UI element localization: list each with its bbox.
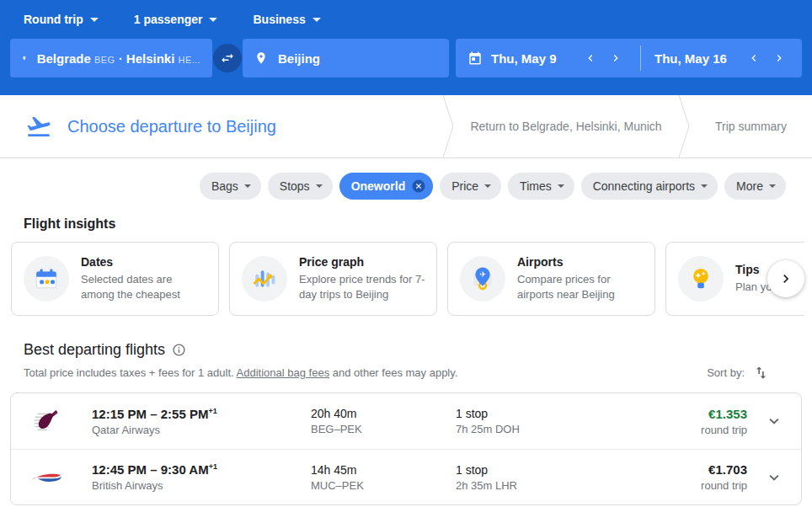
swap-airports-button[interactable] [213,44,242,72]
chevron-down-icon [769,184,776,188]
results-note: Total price includes taxes + fees for 1 … [24,366,707,379]
filter-chip-oneworld-active[interactable]: Oneworld [339,173,434,200]
insight-card-dates[interactable]: Dates Selected dates are among the cheap… [11,242,219,316]
return-date-value[interactable]: Thu, May 16 [654,51,740,66]
card-text: Dates Selected dates are among the cheap… [81,255,208,302]
british-airways-logo [31,471,92,484]
calendar-icon [467,51,483,66]
flight-price: €1.353 [607,407,747,421]
calendar-icon [24,256,69,302]
cabin-class-select[interactable]: Business [253,13,320,26]
expand-flight-button[interactable] [747,468,801,487]
qatar-airways-logo [31,407,92,435]
card-description: Explore price trends for 7-day trips to … [299,272,426,302]
duration-cell: 20h 40m BEG–PEK [311,407,456,435]
sort-button[interactable] [753,365,769,381]
price-graph-icon [242,256,287,302]
swap-arrows-icon [220,51,235,66]
step-separator [442,95,454,157]
card-title: Price graph [299,255,426,269]
filter-chip-price[interactable]: Price [440,173,501,200]
flight-times-cell: 12:15 PM – 2:55 PM+1 Qatar Airways [92,407,311,436]
filters-bar: Bags Stops Oneworld Price Times Connecti… [0,158,812,200]
chip-label: Price [451,179,478,193]
date-divider [640,45,641,71]
stop-detail: 2h 35m LHR [456,479,607,492]
expand-flight-button[interactable] [747,412,801,430]
origin-field[interactable]: Belgrade BEG · Helsinki HE... [10,39,212,77]
swap-slot [212,44,243,72]
stops-cell: 1 stop 2h 35m LHR [456,463,607,492]
chevron-down-icon [484,184,491,188]
sort-by-label: Sort by: [707,366,745,379]
flight-row-qatar-airways[interactable]: 12:15 PM – 2:55 PM+1 Qatar Airways 20h 4… [11,393,801,449]
destination-value: Beijing [278,51,320,66]
destination-field[interactable]: Beijing [243,39,449,77]
search-fields-row: Belgrade BEG · Helsinki HE... Beijing Th… [0,39,812,77]
trip-type-select[interactable]: Round trip [24,13,99,26]
return-date-next-button[interactable] [768,47,790,69]
depart-date-prev-button[interactable] [580,47,601,69]
chevron-left-icon [584,51,597,65]
cabin-class-value: Business [253,13,305,26]
stops-count: 1 stop [456,463,607,477]
step-separator [678,95,690,157]
return-date-prev-button[interactable] [743,47,765,69]
scroll-next-button[interactable] [767,260,804,297]
itinerary-stepper: Choose departure to Beijing Return to Be… [0,95,812,158]
flight-duration: 20h 40m [311,407,456,420]
airline-name: British Airways [92,479,311,492]
filter-chip-connecting-airports[interactable]: Connecting airports [581,173,718,200]
flight-row-british-airways[interactable]: 12:45 PM – 9:30 AM+1 British Airways 14h… [11,449,801,504]
chevron-down-icon [316,184,323,188]
filter-chip-times[interactable]: Times [508,173,574,200]
flight-price: €1.703 [607,462,747,477]
passengers-select[interactable]: 1 passenger [134,13,218,26]
chevron-down-icon [209,18,217,22]
depart-date-next-button[interactable] [605,47,627,69]
info-icon[interactable] [172,343,186,357]
stop-detail: 7h 25m DOH [456,423,607,435]
depart-date-value[interactable]: Thu, May 9 [491,51,576,66]
insight-cards: Dates Selected dates are among the cheap… [11,242,804,316]
card-text: Price graph Explore price trends for 7-d… [299,255,426,302]
flight-times: 12:45 PM – 9:30 AM+1 [92,462,311,477]
step-trip-summary[interactable]: Trip summary [690,95,812,157]
filter-chip-more[interactable]: More [724,173,786,200]
chevron-down-icon [558,184,564,188]
chip-label: Bags [211,179,238,193]
chevron-right-icon [772,51,786,65]
additional-bag-fees-link[interactable]: Additional bag fees [237,366,330,379]
trip-options-bar: Round trip 1 passenger Business [0,0,812,39]
insight-card-airports[interactable]: ✈ Airports Compare prices for airports n… [447,242,655,316]
insight-card-price-graph[interactable]: Price graph Explore price trends for 7-d… [229,242,437,316]
flight-times-cell: 12:45 PM – 9:30 AM+1 British Airways [92,462,311,492]
card-description: Selected dates are among the cheapest [81,272,208,302]
airport-pin-icon: ✈ [460,256,505,302]
trip-type-value: Round trip [24,13,83,26]
chevron-right-icon [609,51,622,65]
results-title: Best departing flights [24,341,165,359]
flight-times: 12:15 PM – 2:55 PM+1 [92,407,311,421]
stops-count: 1 stop [456,407,607,420]
chevron-down-icon [244,184,251,188]
step-choose-departure: Choose departure to Beijing [0,95,442,157]
card-description: Compare prices for airports near Beijing [517,272,644,302]
filter-chip-bags[interactable]: Bags [200,173,261,200]
filter-chip-stops[interactable]: Stops [268,173,333,200]
location-pin-icon [22,51,27,65]
stops-cell: 1 stop 7h 25m DOH [456,407,607,435]
chip-label: Connecting airports [593,179,695,193]
chip-label: Times [520,179,552,193]
step-return-flight[interactable]: Return to Belgrade, Helsinki, Munich [454,95,678,157]
search-header: Round trip 1 passenger Business Belgrade… [0,0,812,95]
chip-label: Oneworld [351,179,406,193]
lightbulb-icon [678,256,724,302]
step-summary-label: Trip summary [715,120,787,133]
chevron-down-icon [765,468,783,487]
remove-filter-icon[interactable] [411,179,426,194]
chevron-down-icon [313,18,321,22]
price-note: round trip [607,479,747,492]
depart-date-half: Thu, May 9 [491,47,627,69]
chip-label: Stops [280,179,310,193]
